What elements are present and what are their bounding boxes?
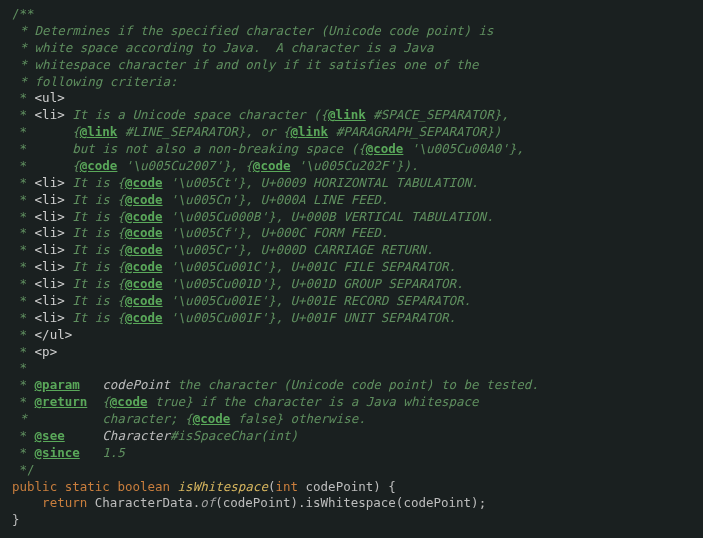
javadoc-star: *: [12, 310, 35, 325]
li-tag: <li>: [35, 175, 65, 190]
class-characterdata: CharacterData: [87, 495, 192, 510]
javadoc-star: *: [12, 192, 35, 207]
keyword-public: public: [12, 479, 57, 494]
keyword-int: int: [275, 479, 298, 494]
javadoc-line: * white space according to Java. A chara…: [12, 40, 433, 55]
param-codepoint: codePoint: [298, 479, 373, 494]
javadoc-star: *: [12, 107, 35, 122]
ul-close-tag: </ul>: [35, 327, 73, 342]
since-tag: @since: [35, 445, 80, 460]
code-tag: @code: [80, 158, 118, 173]
code-tag: @code: [253, 158, 291, 173]
javadoc-star: *: [12, 158, 27, 173]
javadoc-ref: #SPACE_SEPARATOR: [366, 107, 494, 122]
code-tag: @code: [125, 242, 163, 257]
code-tag: @code: [125, 225, 163, 240]
li-tag: <li>: [35, 276, 65, 291]
javadoc-star: *: [12, 90, 35, 105]
li-tag: <li>: [35, 259, 65, 274]
javadoc-line: * character; {: [12, 411, 193, 426]
closing-brace: }: [12, 512, 20, 527]
see-tag: @see: [35, 428, 65, 443]
javadoc-star: *: [12, 445, 35, 460]
link-tag: @link: [328, 107, 366, 122]
javadoc-line: * Determines if the specified character …: [12, 23, 494, 38]
code-tag: @code: [125, 192, 163, 207]
code-tag: @code: [125, 259, 163, 274]
javadoc-star: *: [12, 225, 35, 240]
li-tag: <li>: [35, 209, 65, 224]
javadoc-open: /**: [12, 6, 35, 21]
link-tag: @link: [291, 124, 329, 139]
see-class: Character: [102, 428, 170, 443]
javadoc-close: */: [12, 462, 35, 477]
keyword-static: static: [65, 479, 110, 494]
code-tag: @code: [125, 293, 163, 308]
javadoc-star: *: [12, 394, 35, 409]
code-editor[interactable]: /** * Determines if the specified charac…: [0, 0, 703, 529]
code-tag: @code: [125, 209, 163, 224]
code-tag: @code: [110, 394, 148, 409]
javadoc-text: It is a Unicode space character (: [65, 107, 321, 122]
code-tag: @code: [125, 175, 163, 190]
javadoc-star: *: [12, 327, 35, 342]
javadoc-line: * following criteria:: [12, 74, 178, 89]
p-tag: <p>: [35, 344, 58, 359]
keyword-boolean: boolean: [117, 479, 170, 494]
param-tag: @param: [35, 377, 80, 392]
keyword-return: return: [42, 495, 87, 510]
javadoc-star: *: [12, 377, 35, 392]
code-tag: @code: [125, 276, 163, 291]
javadoc-star: *: [12, 360, 27, 375]
li-tag: <li>: [35, 192, 65, 207]
code-tag: @code: [125, 310, 163, 325]
javadoc-star: *: [12, 259, 35, 274]
li-tag: <li>: [35, 242, 65, 257]
li-tag: <li>: [35, 293, 65, 308]
method-of: of: [200, 495, 215, 510]
link-tag: @link: [80, 124, 118, 139]
javadoc-star: *: [12, 293, 35, 308]
param-name: codePoint: [80, 377, 170, 392]
javadoc-star: *: [12, 242, 35, 257]
javadoc-star: *: [12, 141, 27, 156]
li-tag: <li>: [35, 225, 65, 240]
code-tag: @code: [193, 411, 231, 426]
li-tag: <li>: [35, 310, 65, 325]
method-name: isWhitespace: [178, 479, 268, 494]
javadoc-star: *: [12, 344, 35, 359]
javadoc-star: *: [12, 428, 35, 443]
javadoc-star: *: [12, 175, 35, 190]
javadoc-line: * whitespace character if and only if it…: [12, 57, 479, 72]
code-tag: @code: [366, 141, 404, 156]
ul-open-tag: <ul>: [35, 90, 65, 105]
method-iswhitespace: isWhitespace: [306, 495, 396, 510]
javadoc-star: *: [12, 276, 35, 291]
javadoc-star: *: [12, 124, 27, 139]
li-tag: <li>: [35, 107, 65, 122]
return-tag: @return: [35, 394, 88, 409]
javadoc-star: *: [12, 209, 35, 224]
